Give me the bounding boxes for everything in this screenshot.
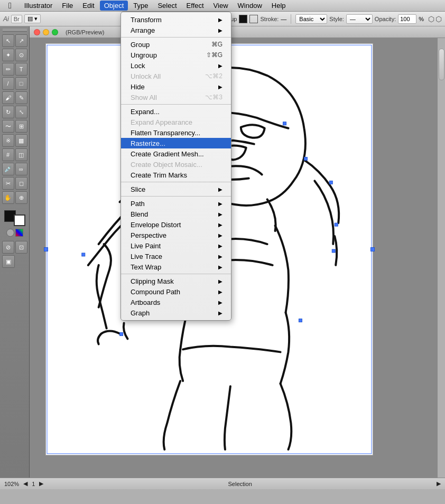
menu-text-wrap[interactable]: Text Wrap ▶ [121,262,231,272]
magic-wand-tool[interactable]: ✦ [2,49,14,61]
menu-create-trim-marks-label: Create Trim Marks [131,171,187,179]
style2-select[interactable]: — [346,14,373,24]
scrollbar-vertical[interactable] [437,38,445,478]
menu-arrange-arrow: ▶ [218,27,222,33]
fill-swatch[interactable] [239,15,247,23]
menu-live-paint[interactable]: Live Paint ▶ [121,240,231,251]
eraser-tool[interactable]: ◻ [15,177,27,190]
rect-tool[interactable]: □ [15,77,27,90]
rotate-tool[interactable]: ↻ [2,106,14,118]
status-arrow[interactable]: ▶ [437,480,441,487]
eyedropper-tool[interactable]: 💉 [2,163,14,175]
pencil-tool[interactable]: ✎ [15,91,27,104]
minimize-button[interactable] [43,29,49,35]
menu-rasterize[interactable]: Rasterize... [121,138,231,148]
svg-rect-8 [120,332,123,335]
line-tool[interactable]: / [2,77,14,90]
nav-btn-1[interactable]: ⬡ [428,15,434,23]
opacity-input[interactable] [398,14,416,24]
menu-create-trim-marks[interactable]: Create Trim Marks [121,170,231,180]
scale-tool[interactable]: ⤡ [15,106,27,118]
svg-rect-4 [332,249,335,253]
menu-text-wrap-arrow: ▶ [218,264,222,270]
menu-compound-path[interactable]: Compound Path ▶ [121,286,231,297]
menu-ungroup[interactable]: Ungroup ⇧⌘G [121,50,231,60]
menu-unlock-all[interactable]: Unlock All ⌥⌘2 [121,71,231,81]
gradient-fill-btn[interactable] [15,229,23,237]
page-nav-next[interactable]: ▶ [39,480,43,487]
menu-edit[interactable]: Edit [78,1,98,11]
zoom-tool[interactable]: ⊕ [15,191,27,204]
menu-perspective-arrow: ▶ [218,232,222,238]
menu-expand-appearance[interactable]: Expand Appearance [121,117,231,127]
menu-show-all[interactable]: Show All ⌥⌘3 [121,92,231,102]
apple-menu[interactable]:  [4,0,16,12]
menu-live-trace-label: Live Trace [131,253,162,260]
menu-path[interactable]: Path ▶ [121,198,231,209]
handle-right [370,247,375,251]
blend-tool[interactable]: ∞ [15,163,27,175]
menu-select[interactable]: Select [153,1,181,11]
menu-create-object-mosaic[interactable]: Create Object Mosaic... [121,159,231,170]
view-options-btn[interactable]: ▤ ▾ [24,14,41,23]
menu-lock[interactable]: Lock ▶ [121,60,231,71]
gradient-tool[interactable]: ◫ [15,148,27,161]
menu-slice[interactable]: Slice ▶ [121,184,231,194]
extra-tool-2[interactable]: ⊡ [15,241,27,254]
maximize-button[interactable] [52,29,58,35]
scissors-tool[interactable]: ✂ [2,177,14,190]
warp-tool[interactable]: 〜 [2,120,14,133]
type-tool[interactable]: T [15,63,27,76]
mesh-tool[interactable]: # [2,148,14,161]
menu-perspective[interactable]: Perspective ▶ [121,230,231,240]
menu-live-trace[interactable]: Live Trace ▶ [121,251,231,262]
menu-effect[interactable]: Effect [182,1,208,11]
menu-object[interactable]: Object [100,1,128,11]
menu-artboards-arrow: ▶ [218,300,222,305]
none-fill-btn[interactable] [6,229,14,237]
extra-tool-1[interactable]: ⊘ [2,241,14,254]
menu-envelope-distort[interactable]: Envelope Distort ▶ [121,219,231,230]
scrollbar-thumb[interactable] [439,49,444,80]
menu-artboards[interactable]: Artboards ▶ [121,297,231,307]
menu-create-gradient-mesh[interactable]: Create Gradient Mesh... [121,148,231,159]
menu-blend[interactable]: Blend ▶ [121,209,231,219]
menu-file[interactable]: File [58,1,77,11]
menu-artboards-label: Artboards [131,298,160,306]
menu-expand[interactable]: Expand... [121,106,231,117]
nav-btn-2[interactable]: ⬡ [435,15,442,23]
paintbrush-tool[interactable]: 🖌 [2,91,14,104]
page-nav-prev[interactable]: ◀ [23,480,27,487]
selection-tool[interactable]: ↖ [2,34,14,47]
menu-illustrator[interactable]: Illustrator [20,1,57,11]
stroke-swatch[interactable] [249,15,258,23]
menu-window[interactable]: Window [234,1,266,11]
opacity-unit: % [419,16,424,22]
pen-tool[interactable]: ✏ [2,63,14,76]
menu-graph[interactable]: Graph ▶ [121,307,231,318]
menu-transform[interactable]: Transform ▶ [121,14,231,25]
graph-tool[interactable]: ▦ [15,134,27,147]
menu-flatten-transparency[interactable]: Flatten Transparency... [121,127,231,138]
menu-show-all-shortcut: ⌥⌘3 [205,94,222,101]
menu-graph-arrow: ▶ [218,310,222,316]
menu-type[interactable]: Type [129,1,152,11]
close-button[interactable] [34,29,40,35]
symbol-tool[interactable]: ※ [2,134,14,147]
menu-help[interactable]: Help [267,1,290,11]
menu-path-label: Path [131,200,145,208]
hand-tool[interactable]: ✋ [2,191,14,204]
menu-hide[interactable]: Hide ▶ [121,81,231,92]
menu-clipping-mask[interactable]: Clipping Mask ▶ [121,276,231,286]
stroke-color-box[interactable] [14,214,25,226]
brush-tool-btn[interactable]: Br [11,15,22,23]
menu-view[interactable]: View [209,1,233,11]
screen-mode-btn[interactable]: ▣ [2,255,15,268]
style-select[interactable]: Basic [295,14,327,24]
zoom-level: 102% [4,481,19,487]
free-transform-tool[interactable]: ⊞ [15,120,27,133]
menu-arrange[interactable]: Arrange ▶ [121,25,231,35]
direct-selection-tool[interactable]: ↗ [15,34,27,47]
menu-group[interactable]: Group ⌘G [121,39,231,50]
lasso-tool[interactable]: ⊙ [15,49,27,61]
